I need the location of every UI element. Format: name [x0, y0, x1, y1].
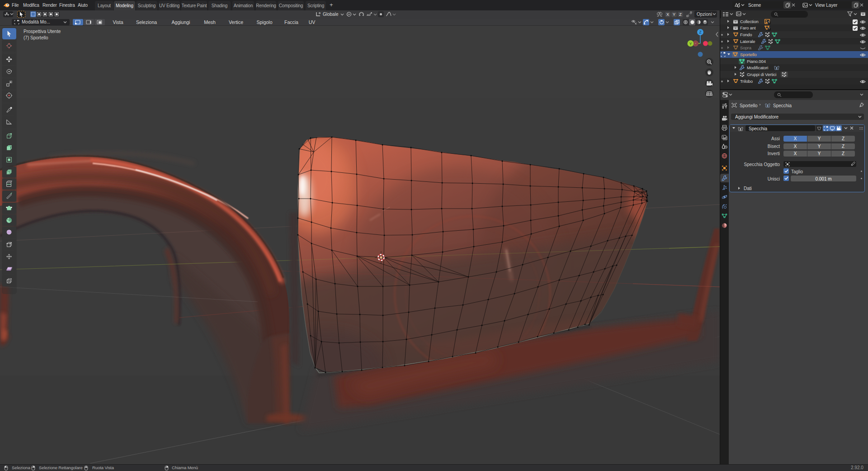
svg-text:(7) Sportello: (7) Sportello: [24, 35, 48, 40]
svg-text:Z: Z: [699, 30, 701, 34]
svg-text:Prospettiva Utente: Prospettiva Utente: [24, 29, 61, 34]
svg-text:Y: Y: [689, 42, 692, 46]
